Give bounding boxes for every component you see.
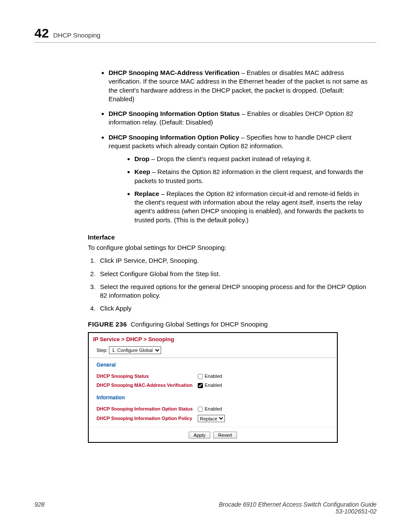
steps-list: Click IP Service, DHCP, Snooping. Select… — [97, 256, 368, 313]
step-item: Click IP Service, DHCP, Snooping. — [97, 256, 368, 265]
row-label: DHCP Snooping Status — [97, 373, 198, 380]
breadcrumb: IP Service > DHCP > Snooping — [89, 333, 337, 345]
step-selector-row: Step: 1. Configure Global — [89, 345, 337, 358]
bullet-item: DHCP Snooping Information Option Status … — [109, 109, 368, 127]
chapter-title: DHCP Snooping — [53, 31, 100, 39]
bullet-subitem: Drop – Drops the client's request packet… — [134, 155, 368, 163]
config-row: DHCP Snooping Information Option Status … — [97, 404, 333, 414]
page-header: 42 DHCP Snooping — [34, 26, 377, 43]
bullet-list-primary: DHCP Snooping MAC-Address Verification –… — [99, 68, 368, 224]
bullet-desc: – Drops the client's request packet inst… — [149, 155, 311, 162]
group-title-general: General — [89, 358, 337, 370]
config-row: DHCP Snooping Information Option Policy … — [97, 414, 333, 423]
checkbox-label: Enabled — [205, 382, 222, 389]
step-label: Step: — [97, 348, 108, 353]
page-number: 928 — [34, 501, 44, 515]
config-row: DHCP Snooping Status Enabled — [97, 372, 333, 381]
doc-number: 53-1002651-02 — [219, 508, 377, 515]
info-option-status-checkbox[interactable] — [198, 407, 203, 412]
book-title: Brocade 6910 Ethernet Access Switch Conf… — [219, 501, 377, 508]
interface-intro: To configure global settings for DHCP Sn… — [88, 243, 368, 252]
apply-button[interactable]: Apply — [189, 432, 210, 439]
info-option-policy-select[interactable]: Replace — [198, 415, 225, 422]
bullet-term: DHCP Snooping Information Option Status — [109, 110, 240, 117]
mac-verify-checkbox[interactable] — [198, 383, 203, 388]
bullet-term: Keep — [134, 168, 150, 175]
section-heading-interface: Interface — [88, 233, 368, 242]
step-item: Select the required options for the gene… — [97, 283, 368, 300]
group-general: DHCP Snooping Status Enabled DHCP Snoopi… — [89, 370, 337, 391]
body-content: DHCP Snooping MAC-Address Verification –… — [99, 68, 368, 443]
row-label: DHCP Snooping Information Option Policy — [97, 415, 198, 422]
bullet-desc: – Retains the Option 82 information in t… — [134, 168, 363, 184]
config-panel: IP Service > DHCP > Snooping Step: 1. Co… — [88, 332, 338, 443]
bullet-list-secondary: Drop – Drops the client's request packet… — [109, 155, 368, 224]
bullet-item: DHCP Snooping MAC-Address Verification –… — [109, 68, 368, 103]
page-footer: 928 Brocade 6910 Ethernet Access Switch … — [34, 501, 377, 515]
step-item: Select Configure Global from the Step li… — [97, 270, 368, 278]
bullet-term: Drop — [134, 155, 149, 162]
button-row: Apply Revert — [89, 427, 337, 442]
step-item: Click Apply — [97, 304, 368, 313]
row-label: DHCP Snooping Information Option Status — [97, 406, 198, 412]
config-row: DHCP Snooping MAC-Address Verification E… — [97, 381, 333, 390]
checkbox-label: Enabled — [205, 373, 222, 380]
bullet-term: Replace — [134, 190, 159, 197]
bullet-term: DHCP Snooping MAC-Address Verification — [109, 69, 240, 76]
checkbox-label: Enabled — [205, 406, 222, 412]
figure-number: FIGURE 236 — [88, 320, 127, 328]
group-information: DHCP Snooping Information Option Status … — [89, 403, 337, 424]
footer-right: Brocade 6910 Ethernet Access Switch Conf… — [219, 501, 377, 515]
row-label: DHCP Snooping MAC-Address Verification — [97, 382, 198, 389]
chapter-number: 42 — [34, 26, 49, 40]
revert-button[interactable]: Revert — [213, 432, 237, 439]
figure-title: Configuring Global Settings for DHCP Sno… — [131, 320, 268, 328]
bullet-subitem: Keep – Retains the Option 82 information… — [134, 168, 368, 185]
step-select[interactable]: 1. Configure Global — [109, 346, 161, 354]
bullet-item: DHCP Snooping Information Option Policy … — [109, 133, 368, 224]
figure-caption: FIGURE 236 Configuring Global Settings f… — [88, 320, 368, 329]
bullet-term: DHCP Snooping Information Option Policy — [109, 134, 239, 141]
bullet-desc: – Replaces the Option 82 information cir… — [134, 190, 364, 224]
snooping-status-checkbox[interactable] — [198, 374, 203, 379]
group-title-information: Information — [89, 391, 337, 403]
bullet-subitem: Replace – Replaces the Option 82 informa… — [134, 190, 368, 224]
